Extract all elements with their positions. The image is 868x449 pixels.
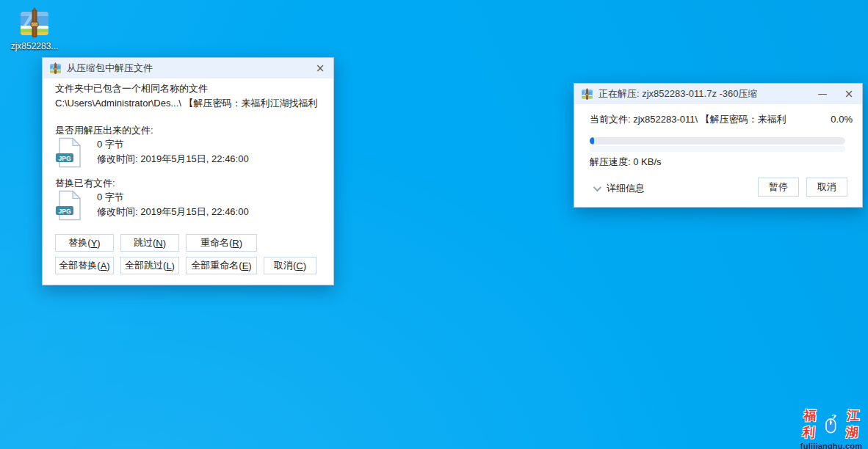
existing-file-size: 0 字节 [97,190,249,205]
zip-archive-icon [581,88,593,101]
details-label: 详细信息 [607,182,645,195]
desktop-archive-icon[interactable]: zjx852283... [6,7,63,51]
minimize-icon[interactable]: — [809,84,836,104]
rename-button[interactable]: 重命名(R) [186,234,257,252]
new-file-modified: 修改时间: 2019年5月15日, 22:46:00 [97,152,249,167]
jpg-file-icon [55,190,82,221]
details-toggle[interactable]: 详细信息 [593,182,645,195]
replace-dialog-title: 从压缩包中解压文件 [67,62,307,75]
zip-archive-icon [49,62,62,75]
extract-progress-dialog: 正在解压: zjx852283-011.7z -360压缩 — × 当前文件: … [574,83,863,208]
current-file-text: 当前文件: zjx852283-011\ 【解压密码：来福利 [590,113,786,126]
zip-archive-icon [18,7,51,40]
new-file-row: 0 字节 修改时间: 2019年5月15日, 22:46:00 [55,137,249,168]
progress-bar [590,137,845,145]
watermark-url: fulijianghu.com [797,442,866,449]
rename-all-button[interactable]: 全部重命名(E) [186,257,257,274]
replace-dialog-titlebar: 从压缩包中解压文件 × [43,58,333,79]
desktop-background: zjx852283... 从压缩包中解压文件 × 文件夹中已包含一个相同名称的文… [0,0,868,449]
close-icon[interactable]: × [307,58,333,79]
desktop-icon-label: zjx852283... [6,41,63,51]
progress-dialog-titlebar: 正在解压: zjx852283-011.7z -360压缩 — × [574,84,862,104]
watermark-brand-left: 福利 [795,407,823,441]
watermark-brand-right: 江湖 [839,407,867,441]
skip-all-button[interactable]: 全部跳过(L) [120,257,179,274]
cancel-button[interactable]: 取消 [806,178,847,197]
chevron-down-icon [593,183,601,191]
conflict-message-path: C:\Users\Administrator\Des...\ 【解压密码：来福利… [55,97,318,110]
replace-all-button[interactable]: 全部替换(A) [55,257,114,274]
new-file-heading: 是否用解压出来的文件: [55,124,153,137]
cancel-button[interactable]: 取消(C) [264,257,317,274]
replace-buttons-row2: 全部替换(A) 全部跳过(L) 全部重命名(E) 取消(C) [55,257,317,274]
replace-button[interactable]: 替换(Y) [55,234,114,252]
existing-file-row: 0 字节 修改时间: 2019年5月15日, 22:46:00 [55,190,249,221]
extract-speed-text: 解压速度: 0 KB/s [590,156,662,169]
progress-bar-shadow [590,146,845,152]
replace-buttons-row1: 替换(Y) 跳过(N) 重命名(R) [55,234,257,252]
extract-replace-dialog: 从压缩包中解压文件 × 文件夹中已包含一个相同名称的文件 C:\Users\Ad… [42,57,334,285]
progress-percent: 0.0% [831,113,853,126]
jpg-file-icon [55,137,82,168]
existing-file-modified: 修改时间: 2019年5月15日, 22:46:00 [97,205,249,219]
conflict-message-line1: 文件夹中已包含一个相同名称的文件 [55,82,208,95]
mouse-icon [824,415,839,434]
site-watermark: 福利 江湖 fulijianghu.com [797,407,866,449]
progress-dialog-title: 正在解压: zjx852283-011.7z -360压缩 [598,87,809,101]
existing-file-heading: 替换已有文件: [55,177,115,190]
close-icon[interactable]: × [836,84,862,104]
new-file-size: 0 字节 [97,137,249,152]
progress-bar-fill [590,137,594,145]
skip-button[interactable]: 跳过(N) [120,234,179,252]
pause-button[interactable]: 暂停 [758,178,799,197]
